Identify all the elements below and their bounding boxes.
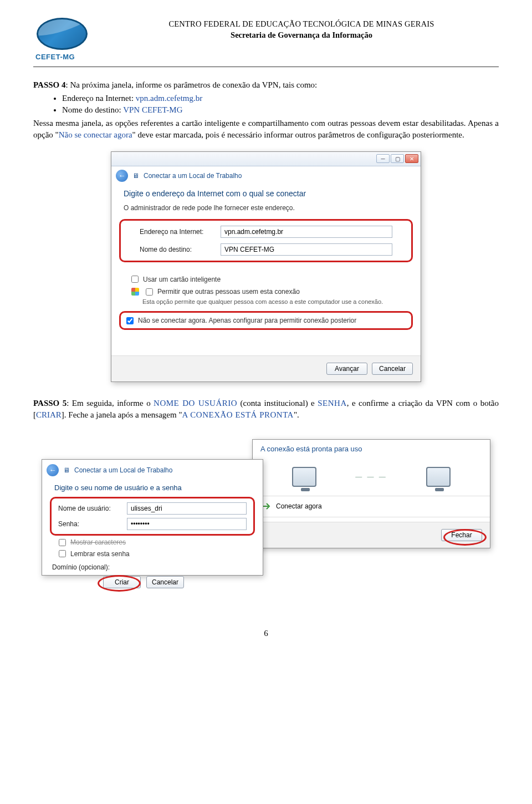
- passo5-user: NOME DO USUÁRIO: [154, 399, 237, 408]
- checkbox-show-chars[interactable]: [59, 539, 66, 546]
- passo5-btn: CRIAR: [36, 410, 62, 419]
- arrow-right-icon: [263, 503, 272, 510]
- passo5-paragraph: PASSO 5: Em seguida, informe o NOME DO U…: [33, 398, 499, 420]
- row-smartcard: Usar um cartão inteligente: [111, 273, 421, 286]
- bullet-destino-label: Nome do destino:: [62, 105, 123, 114]
- input-password[interactable]: [127, 518, 247, 530]
- row-connect-now[interactable]: Conectar agora: [253, 496, 490, 517]
- header-titles: CENTRO FEDERAL DE EDUCAÇÃO TECNOLÓGICA D…: [104, 17, 499, 40]
- dialog-subtext: O administrador de rede pode lhe fornece…: [111, 202, 421, 218]
- org-subtitle: Secretaria de Governança da Informação: [104, 30, 499, 41]
- row-destination-name: Nome do destino:: [124, 241, 408, 258]
- label-destination: Nome do destino:: [140, 245, 213, 254]
- share-note-text: Esta opção permite que qualquer pessoa c…: [131, 298, 383, 306]
- passo5-b: (conta institucional) e: [237, 399, 318, 408]
- passo5-a: : Em seguida, informe o: [66, 399, 154, 408]
- dialog-breadcrumb-row: ← 🖥 Conectar a um Local de Trabalho: [111, 166, 421, 184]
- monitor-small-icon: 🖥: [63, 466, 70, 475]
- input-destination-name[interactable]: [221, 243, 392, 256]
- label-domain: Domínio (opcional):: [52, 563, 124, 572]
- highlight-credentials: Nome de usuário: Senha:: [50, 497, 255, 536]
- logo: CEFET-MG: [33, 17, 94, 62]
- passo4-label: PASSO 4: [33, 80, 65, 89]
- next-button[interactable]: Avançar: [326, 363, 367, 375]
- bullet-internet-value: vpn.adm.cefetmg.br: [136, 94, 202, 103]
- passo5-msg: A CONEXÃO ESTÁ PRONTA: [182, 410, 294, 419]
- passo4-bullets: Endereço na Internet: vpn.adm.cefetmg.br…: [62, 93, 499, 116]
- label-password: Senha:: [58, 520, 119, 528]
- dialog-breadcrumb: Conectar a um Local de Trabalho: [144, 171, 242, 180]
- window-titlebar: ─ ▢ ✕: [111, 152, 421, 166]
- ready-illustration: — — —: [253, 458, 490, 496]
- cred-heading: Digite o seu nome de usuário e a senha: [42, 479, 263, 496]
- dialog-connect-workplace: ─ ▢ ✕ ← 🖥 Conectar a um Local de Trabalh…: [111, 151, 421, 382]
- passo5-d: ]. Feche a janela após a mensagem ": [62, 410, 182, 419]
- row-password: Senha:: [55, 516, 250, 532]
- checkbox-remember[interactable]: [59, 550, 66, 557]
- row-connect-later: Não se conectar agora. Apenas configurar…: [124, 315, 408, 326]
- passo4-intro-text: : Na próxima janela, informe os parâmetr…: [65, 80, 317, 89]
- input-username[interactable]: [127, 502, 247, 515]
- passo4-opt: Não se conectar agora: [59, 130, 132, 139]
- label-internet: Endereço na Internet:: [140, 227, 213, 236]
- bullet-destino-value: VPN CEFET-MG: [123, 105, 182, 114]
- monitor-small-icon: 🖥: [132, 171, 139, 180]
- passo5-e: ".: [294, 410, 299, 419]
- passo5-label: PASSO 5: [33, 399, 66, 408]
- shield-icon: [131, 288, 139, 296]
- org-name: CENTRO FEDERAL DE EDUCAÇÃO TECNOLÓGICA D…: [104, 19, 499, 30]
- maximize-icon[interactable]: ▢: [391, 154, 404, 163]
- checkbox-connect-later[interactable]: [126, 317, 134, 324]
- cred-breadcrumb-row: ← 🖥 Conectar a um Local de Trabalho: [42, 460, 263, 479]
- label-share: Permitir que outras pessoas usem esta co…: [157, 287, 300, 296]
- passo5-pwd: SENHA: [318, 399, 347, 408]
- minimize-icon[interactable]: ─: [376, 154, 390, 163]
- label-username: Nome de usuário:: [58, 504, 119, 513]
- dialog-credentials: ← 🖥 Conectar a um Local de Trabalho Digi…: [42, 459, 263, 576]
- passo4-cont2: " deve estar marcada, pois é necessário …: [132, 130, 464, 139]
- row-domain: Domínio (opcional):: [42, 559, 263, 575]
- back-icon[interactable]: ←: [116, 170, 128, 182]
- logo-text: CEFET-MG: [35, 52, 94, 62]
- bullet-destino: Nome do destino: VPN CEFET-MG: [62, 104, 499, 115]
- computer-right-icon: [426, 467, 451, 487]
- ready-title: A conexão está pronta para uso: [253, 440, 490, 459]
- bullet-internet: Endereço na Internet: vpn.adm.cefetmg.br: [62, 93, 499, 104]
- dialog-connection-ready: A conexão está pronta para uso — — — Con…: [252, 439, 490, 548]
- row-username: Nome de usuário:: [55, 501, 250, 516]
- row-remember: Lembrar esta senha: [42, 548, 263, 559]
- cancel-button[interactable]: Cancelar: [372, 363, 413, 375]
- logo-oval-icon: [37, 18, 88, 50]
- checkbox-share[interactable]: [146, 288, 153, 296]
- label-remember: Lembrar esta senha: [70, 549, 130, 558]
- highlight-create-button: [98, 575, 141, 592]
- highlight-close-button: [443, 529, 487, 546]
- highlight-address-fields: Endereço na Internet: Nome do destino:: [119, 219, 413, 262]
- computer-left-icon: [292, 467, 316, 487]
- row-share-connection: Permitir que outras pessoas usem esta co…: [111, 286, 421, 298]
- row-show-chars: Mostrar caracteres: [42, 537, 263, 548]
- back-icon[interactable]: ←: [47, 464, 59, 476]
- page-number: 6: [33, 628, 499, 639]
- dialog-cluster: A conexão está pronta para uso — — — Con…: [42, 428, 490, 594]
- close-icon[interactable]: ✕: [405, 154, 418, 163]
- input-internet-address[interactable]: [221, 226, 392, 238]
- checkbox-smartcard[interactable]: [131, 276, 139, 283]
- label-smartcard: Usar um cartão inteligente: [143, 275, 221, 284]
- connect-now-label: Conectar agora: [276, 502, 322, 511]
- bullet-internet-label: Endereço na Internet:: [62, 94, 136, 103]
- label-show-chars: Mostrar caracteres: [70, 538, 126, 547]
- row-internet-address: Endereço na Internet:: [124, 223, 408, 241]
- cancel-button-2[interactable]: Cancelar: [146, 576, 184, 588]
- row-share-note: Esta opção permite que qualquer pessoa c…: [111, 298, 421, 308]
- cred-breadcrumb: Conectar a um Local de Trabalho: [74, 466, 172, 475]
- dots-icon: — — —: [355, 472, 387, 481]
- document-header: CEFET-MG CENTRO FEDERAL DE EDUCAÇÃO TECN…: [33, 17, 499, 67]
- passo4-cont: Nessa mesma janela, as opções referentes…: [33, 118, 499, 140]
- dialog-button-row: Avançar Cancelar: [111, 355, 421, 381]
- passo4-intro: PASSO 4: Na próxima janela, informe os p…: [33, 79, 499, 90]
- label-connect-later: Não se conectar agora. Apenas configurar…: [138, 316, 356, 325]
- highlight-connect-later: Não se conectar agora. Apenas configurar…: [119, 311, 413, 330]
- dialog-heading: Digite o endereço da Internet com o qual…: [111, 184, 421, 202]
